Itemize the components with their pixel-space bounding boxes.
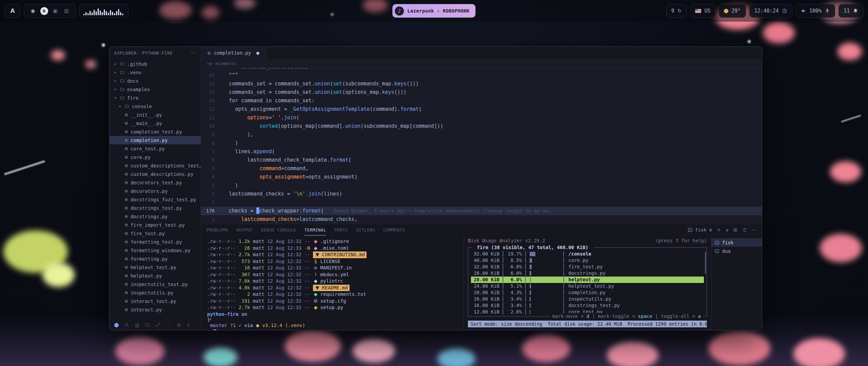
audio-visualizer[interactable] — [79, 4, 129, 18]
folder-icon[interactable] — [145, 323, 150, 327]
tree-item-docstrings_test.py[interactable]: ⊕docstrings_test.py — [110, 204, 201, 212]
workspace-1[interactable]: ◉ — [29, 8, 37, 14]
updates-module[interactable]: 9↻ — [666, 4, 687, 18]
tree-item-helptext.py[interactable]: ⊕helptext.py — [110, 271, 201, 280]
dua-entry-row[interactable]: 40.00 KiB│8.5%││core.py — [471, 257, 704, 264]
tree-item-formatting_test.py[interactable]: ⊕formatting_test.py — [110, 238, 201, 246]
dua-entry-row[interactable]: 28.00 KiB│6.0%││docstrings.py — [471, 270, 704, 277]
tree-item-inspectutils.py[interactable]: ⊕inspectutils.py — [110, 288, 201, 297]
code-line[interactable]: 176 checks = check_wrapper.format(David … — [201, 207, 762, 215]
workspace-4[interactable]: ▥ — [62, 8, 71, 14]
tree-item-fire[interactable]: ▾fire — [110, 94, 201, 102]
explorer-more-icon[interactable]: ⋯ — [191, 50, 196, 56]
tree-item-interact_test.py[interactable]: ⊕interact_test.py — [110, 297, 201, 305]
dua-entry-row[interactable]: 20.00 KiB│4.3%││completion.py — [471, 289, 704, 296]
ellipsis-icon[interactable]: ⋯ — [752, 227, 757, 232]
gear-icon[interactable]: ⚙ — [177, 322, 181, 328]
panel-tab-comments[interactable]: COMMENTS — [383, 224, 405, 236]
breadcrumb[interactable]: no elements — [201, 59, 762, 68]
dua-scrollbar[interactable] — [705, 252, 706, 273]
code-line[interactable]: 1 — [201, 198, 762, 207]
clock-module[interactable]: 12:40:24 — [749, 4, 792, 18]
dua-entry-row[interactable]: 24.00 KiB│5.1%││helptext_test.py — [471, 283, 704, 289]
panel-tab-gitlens[interactable]: GITLENS — [356, 224, 375, 236]
tree-item-interact.py[interactable]: ⊕interact.py — [110, 305, 201, 314]
terminal-list-item-dua[interactable]: dua — [711, 247, 762, 255]
tree-item-decorators.py[interactable]: ⊕decorators.py — [110, 187, 201, 195]
tree-item-docstrings.py[interactable]: ⊕docstrings.py — [110, 212, 201, 221]
plus-icon[interactable]: + — [717, 227, 721, 232]
tree-item-.venv[interactable]: ▸.venv — [110, 68, 201, 77]
workspace-2[interactable]: N — [40, 7, 48, 15]
code-line[interactable]: 9 ), — [201, 130, 762, 139]
keyboard-layout-module[interactable]: US — [690, 4, 715, 18]
tree-item-custom_descriptions_test[interactable]: ⊕custom_descriptions_test… — [110, 161, 201, 170]
weather-module[interactable]: 29° — [719, 4, 746, 18]
tree-item-console[interactable]: ▸console — [110, 102, 201, 110]
modified-dot-icon[interactable]: ● — [256, 51, 259, 55]
media-player-pill[interactable]: ♪ Lazerpunk - ROBOPHONK — [392, 4, 475, 18]
panel-tab-debug-console[interactable]: DEBUG CONSOLE — [261, 224, 296, 236]
code-line[interactable]: 4 opts_assignment=opts_assignment) — [201, 173, 762, 181]
code-line[interactable]: 14 commands_set = commands_set.union(set… — [201, 88, 762, 97]
code-line[interactable]: 47 """ — [201, 71, 762, 80]
panel-tab-terminal[interactable]: TERMINAL — [304, 224, 326, 236]
dua-entry-row[interactable]: 16.00 KiB│3.4%││inspectutils.py — [471, 296, 704, 302]
launcher-button[interactable]: A — [5, 4, 20, 18]
dua-entry-row[interactable]: 92.00 KiB│19.7%││/console — [471, 251, 704, 257]
tree-item-.github[interactable]: ▸.github — [110, 60, 201, 68]
code-line[interactable]: 5 command=command, — [201, 164, 762, 173]
panel-tab-output[interactable]: OUTPUT — [236, 224, 253, 236]
code-line[interactable]: commands_set.add(name) — [201, 68, 762, 71]
tree-item-docstrings_fuzz_test.py[interactable]: ⊕docstrings_fuzz_test.py — [110, 195, 201, 204]
code-line[interactable]: 8 ) — [201, 139, 762, 147]
code-line[interactable]: 10 sorted(options_map[command].union(sub… — [201, 122, 762, 130]
tab-completion-py[interactable]: ⊕ completion.py ● — [201, 47, 266, 59]
code-line[interactable]: 7 lines.append( — [201, 147, 762, 156]
shell-selector[interactable]: fish∨ — [688, 227, 712, 232]
panel-tab-problems[interactable]: PROBLEMS — [206, 224, 228, 236]
code-line[interactable]: 12 opts_assignment = _GetOptsAssignmentT… — [201, 105, 762, 114]
tree-item-formatting_windows.py[interactable]: ⊕formatting_windows.py — [110, 246, 201, 255]
tree-item-custom_descriptions.py[interactable]: ⊕custom_descriptions.py — [110, 170, 201, 178]
split-icon[interactable]: ⊞ — [733, 227, 737, 232]
tree-item-formatting.py[interactable]: ⊕formatting.py — [110, 255, 201, 263]
tree-item-completion_test.py[interactable]: ⊕completion_test.py — [110, 127, 201, 136]
tree-item-core.py[interactable]: ⊕core.py — [110, 153, 201, 161]
code-editor[interactable]: commands_set.add(name)47 """15 commands_… — [201, 68, 762, 224]
code-line[interactable]: 2 lastcommand_checks = '\n'.join(lines) — [201, 190, 762, 198]
remote-icon[interactable] — [114, 323, 119, 327]
tree-item-__main__.py[interactable]: ⊕__main__.py — [110, 119, 201, 127]
volume-module[interactable]: 100% — [796, 4, 835, 18]
ellipsis-icon[interactable]: ⋯ — [166, 322, 171, 328]
tree-item-examples[interactable]: ▸examples — [110, 85, 201, 94]
tree-item-docs[interactable]: ▸docs — [110, 77, 201, 85]
search-icon[interactable] — [124, 323, 129, 327]
code-line[interactable]: 11 options=' '.join( — [201, 114, 762, 122]
code-line[interactable]: 6 lastcommand_check_template.format( — [201, 156, 762, 164]
trash-icon[interactable] — [742, 227, 747, 232]
tree-item-__init__.py[interactable]: ⊕__init__.py — [110, 110, 201, 119]
code-line[interactable]: 13 for command in commands_set: — [201, 97, 762, 105]
terminal[interactable]: .rw-r--r--1.2kmatt12 Aug 12:32--◆.gitign… — [201, 236, 463, 330]
tree-item-decorators_test.py[interactable]: ⊕decorators_test.py — [110, 178, 201, 187]
tree-item-fire_test.py[interactable]: ⊕fire_test.py — [110, 229, 201, 238]
dua-entry-row[interactable]: 32.00 KiB│6.8%││fire_test.py — [471, 264, 704, 270]
tree-item-inspectutils_test.py[interactable]: ⊕inspectutils_test.py — [110, 280, 201, 288]
notifications-module[interactable]: 11 — [839, 4, 863, 18]
code-line[interactable]: 1 lastcommand_checks=lastcommand_checks, — [201, 215, 762, 224]
tree-item-fire_import_test.py[interactable]: ⊕fire_import_test.py — [110, 221, 201, 229]
files-icon[interactable]: ▤ — [135, 322, 139, 328]
tree-item-core_test.py[interactable]: ⊕core_test.py — [110, 144, 201, 153]
chevron-down-icon[interactable]: ∨ — [187, 322, 190, 328]
terminal-list-item-fish[interactable]: fish — [711, 238, 762, 247]
code-line[interactable]: 3 ) — [201, 181, 762, 190]
tree-item-completion.py[interactable]: ⊕completion.py — [110, 136, 201, 144]
tree-item-helptext_test.py[interactable]: ⊕helptext_test.py — [110, 263, 201, 271]
dua-panel[interactable]: Disk Usage Analyzer v2.29.2(press ? for … — [463, 236, 711, 330]
expand-icon[interactable] — [156, 323, 160, 327]
panel-tab-ports[interactable]: PORTS — [334, 224, 348, 236]
code-line[interactable]: 15 commands_set = commands_set.union(set… — [201, 80, 762, 88]
workspace-3[interactable]: ▣ — [51, 8, 59, 14]
shell-prompt-line[interactable]: › — [207, 329, 463, 331]
